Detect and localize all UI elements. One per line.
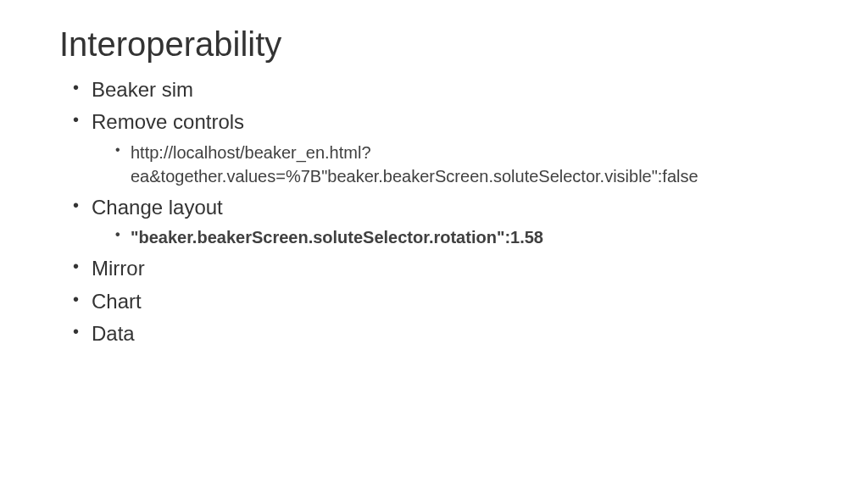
list-item-label: Remove controls [92, 110, 244, 133]
list-item: Chart [76, 286, 809, 318]
list-item: Beaker sim [76, 74, 809, 106]
sub-list: http://localhost/beaker_en.html?ea&toget… [92, 141, 809, 188]
list-item-label: Change layout [92, 196, 223, 219]
list-item: Remove controls http://localhost/beaker_… [76, 106, 809, 187]
list-item: Change layout "beaker.beakerScreen.solut… [76, 191, 809, 249]
sub-list: "beaker.beakerScreen.soluteSelector.rota… [92, 225, 809, 249]
list-item: Mirror [76, 252, 809, 285]
sub-list-item: http://localhost/beaker_en.html?ea&toget… [117, 141, 809, 188]
list-item: Data [76, 318, 809, 350]
sub-list-item: "beaker.beakerScreen.soluteSelector.rota… [117, 225, 809, 249]
slide-title: Interoperability [59, 25, 809, 64]
bullet-list: Beaker sim Remove controls http://localh… [59, 74, 809, 350]
